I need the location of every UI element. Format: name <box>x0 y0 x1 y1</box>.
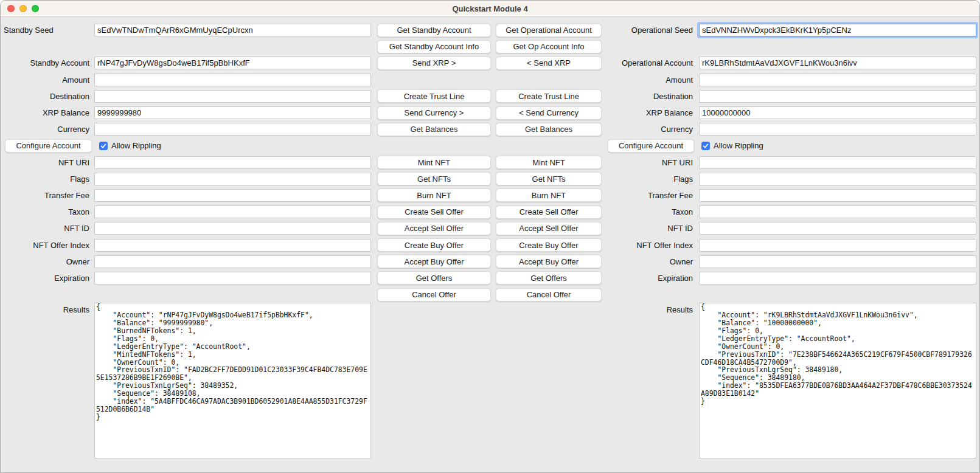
operational-nft-offer-index-input[interactable] <box>699 239 976 252</box>
create-buy-offer-standby-button[interactable]: Create Buy Offer <box>377 238 491 252</box>
get-offers-operational-button[interactable]: Get Offers <box>496 271 602 285</box>
standby-nft-uri-input[interactable] <box>94 156 371 169</box>
standby-results-textarea[interactable] <box>94 303 371 458</box>
burn-nft-standby-button[interactable]: Burn NFT <box>377 188 491 202</box>
operational-nft-id-label: NFT ID <box>605 220 696 236</box>
operational-taxon-label: Taxon <box>605 204 696 220</box>
operational-nft-uri-label: NFT URI <box>605 154 696 171</box>
mint-nft-standby-button[interactable]: Mint NFT <box>377 156 491 169</box>
standby-nft-id-label: NFT ID <box>1 220 91 236</box>
standby-nft-id-input[interactable] <box>94 222 371 235</box>
zoom-window-icon[interactable] <box>32 5 39 12</box>
get-standby-account-info-button[interactable]: Get Standby Account Info <box>377 40 491 54</box>
send-currency-to-standby-button[interactable]: < Send Currency <box>496 106 602 120</box>
operational-results-textarea[interactable] <box>699 303 976 458</box>
operational-xrp-balance-label: XRP Balance <box>605 105 696 121</box>
operational-nft-uri-input[interactable] <box>699 156 976 169</box>
get-operational-account-button[interactable]: Get Operational Account <box>496 24 602 37</box>
create-sell-offer-standby-button[interactable]: Create Sell Offer <box>377 205 491 219</box>
accept-buy-offer-operational-button[interactable]: Accept Buy Offer <box>496 255 602 268</box>
send-xrp-to-standby-button[interactable]: < Send XRP <box>496 57 602 70</box>
operational-transfer-fee-label: Transfer Fee <box>605 187 696 204</box>
standby-results-label: Results <box>1 303 91 458</box>
configure-operational-account-button[interactable]: Configure Account <box>608 139 694 153</box>
accept-sell-offer-standby-button[interactable]: Accept Sell Offer <box>377 222 491 235</box>
standby-destination-input[interactable] <box>94 90 371 103</box>
send-currency-to-operational-button[interactable]: Send Currency > <box>377 106 491 120</box>
close-window-icon[interactable] <box>7 5 15 12</box>
operational-destination-input[interactable] <box>699 90 976 103</box>
configure-standby-account-button[interactable]: Configure Account <box>5 139 92 153</box>
standby-account-label: Standby Account <box>1 55 91 71</box>
get-nfts-standby-button[interactable]: Get NFTs <box>377 172 491 185</box>
standby-nft-uri-label: NFT URI <box>1 154 91 171</box>
get-balances-operational-button[interactable]: Get Balances <box>496 123 602 136</box>
burn-nft-operational-button[interactable]: Burn NFT <box>496 188 602 202</box>
standby-destination-label: Destination <box>1 88 91 105</box>
standby-transfer-fee-input[interactable] <box>94 189 371 202</box>
standby-allow-rippling-checkbox[interactable] <box>99 142 108 150</box>
window-controls <box>7 1 39 16</box>
operational-currency-input[interactable] <box>699 123 976 136</box>
operational-owner-label: Owner <box>605 254 696 270</box>
send-xrp-to-operational-button[interactable]: Send XRP > <box>377 57 491 70</box>
standby-xrp-balance-input[interactable] <box>94 106 371 119</box>
minimize-window-icon[interactable] <box>19 5 27 12</box>
standby-expiration-input[interactable] <box>94 272 371 285</box>
operational-expiration-input[interactable] <box>699 272 976 285</box>
main-content: Standby Seed Get Standby Account Get Ope… <box>1 17 979 458</box>
standby-currency-label: Currency <box>1 121 91 137</box>
standby-currency-input[interactable] <box>94 123 371 136</box>
cancel-offer-standby-button[interactable]: Cancel Offer <box>377 288 491 302</box>
get-standby-account-button[interactable]: Get Standby Account <box>377 24 491 37</box>
operational-destination-label: Destination <box>605 88 696 105</box>
operational-allow-rippling-label: Allow Rippling <box>714 141 763 150</box>
app-window: Quickstart Module 4 Standby Seed Get Sta… <box>0 0 980 473</box>
accept-sell-offer-operational-button[interactable]: Accept Sell Offer <box>496 222 602 235</box>
operational-nft-id-input[interactable] <box>699 222 976 235</box>
standby-flags-label: Flags <box>1 171 91 187</box>
operational-account-label: Operational Account <box>605 55 696 71</box>
operational-flags-label: Flags <box>605 171 696 187</box>
mint-nft-operational-button[interactable]: Mint NFT <box>496 156 602 169</box>
operational-taxon-input[interactable] <box>699 205 976 218</box>
operational-seed-input[interactable] <box>699 24 976 36</box>
get-nfts-operational-button[interactable]: Get NFTs <box>496 172 602 185</box>
accept-buy-offer-standby-button[interactable]: Accept Buy Offer <box>377 255 491 268</box>
standby-xrp-balance-label: XRP Balance <box>1 105 91 121</box>
operational-results-label: Results <box>605 303 696 458</box>
standby-nft-offer-index-label: NFT Offer Index <box>1 236 91 253</box>
operational-allow-rippling-checkbox[interactable] <box>701 142 710 150</box>
operational-seed-label: Operational Seed <box>605 22 696 38</box>
standby-seed-input[interactable] <box>94 24 371 36</box>
operational-account-input[interactable] <box>699 57 976 69</box>
cancel-offer-operational-button[interactable]: Cancel Offer <box>496 288 602 302</box>
get-offers-standby-button[interactable]: Get Offers <box>377 271 491 285</box>
operational-owner-input[interactable] <box>699 255 976 268</box>
standby-seed-label: Standby Seed <box>1 22 91 38</box>
standby-taxon-input[interactable] <box>94 205 371 218</box>
standby-amount-input[interactable] <box>94 74 371 86</box>
create-trust-line-standby-button[interactable]: Create Trust Line <box>377 89 491 103</box>
operational-amount-label: Amount <box>605 72 696 88</box>
operational-currency-label: Currency <box>605 121 696 137</box>
standby-amount-label: Amount <box>1 72 91 88</box>
standby-flags-input[interactable] <box>94 173 371 185</box>
standby-owner-label: Owner <box>1 254 91 270</box>
get-op-account-info-button[interactable]: Get Op Account Info <box>496 40 602 54</box>
get-balances-standby-button[interactable]: Get Balances <box>377 123 491 136</box>
operational-transfer-fee-input[interactable] <box>699 189 976 202</box>
standby-nft-offer-index-input[interactable] <box>94 239 371 252</box>
standby-expiration-label: Expiration <box>1 270 91 286</box>
standby-transfer-fee-label: Transfer Fee <box>1 187 91 204</box>
standby-owner-input[interactable] <box>94 255 371 268</box>
window-title: Quickstart Module 4 <box>452 4 527 13</box>
operational-expiration-label: Expiration <box>605 270 696 286</box>
create-buy-offer-operational-button[interactable]: Create Buy Offer <box>496 238 602 252</box>
operational-amount-input[interactable] <box>699 74 976 86</box>
operational-flags-input[interactable] <box>699 173 976 185</box>
operational-xrp-balance-input[interactable] <box>699 106 976 119</box>
standby-account-input[interactable] <box>94 57 371 69</box>
create-sell-offer-operational-button[interactable]: Create Sell Offer <box>496 205 602 219</box>
create-trust-line-operational-button[interactable]: Create Trust Line <box>496 89 602 103</box>
